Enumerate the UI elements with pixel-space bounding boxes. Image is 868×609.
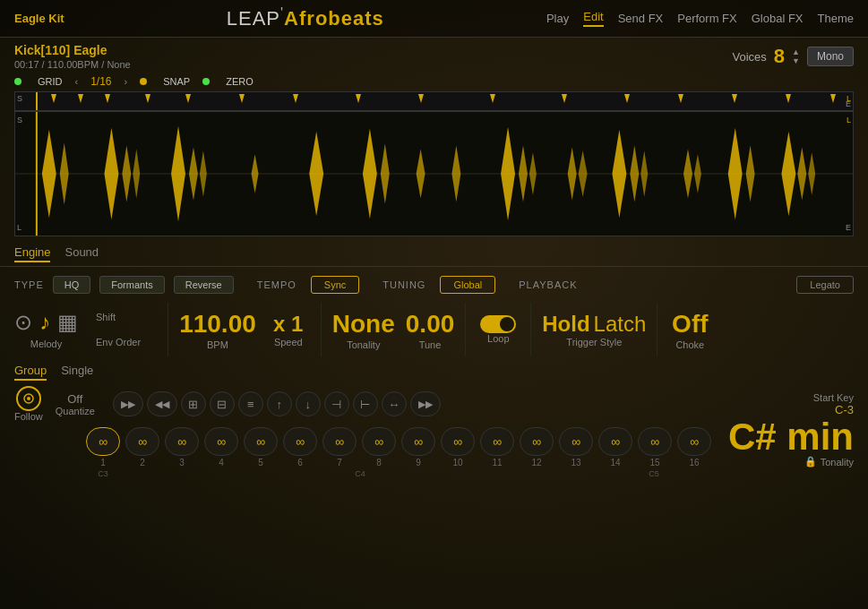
down-btn[interactable]: ↓ — [296, 391, 321, 416]
step-btn-9[interactable]: ∞ — [401, 427, 435, 456]
loop-toggle[interactable] — [480, 315, 516, 333]
svg-marker-19 — [60, 143, 69, 205]
svg-marker-10 — [490, 94, 495, 103]
snap-label: SNAP — [163, 76, 190, 87]
step-key-13: ∞ 13 — [559, 427, 593, 467]
step-btn-11[interactable]: ∞ — [480, 427, 514, 456]
waveform-display[interactable]: S L L E — [14, 111, 854, 236]
sample-key: None — [107, 59, 130, 70]
follow-svg — [22, 392, 35, 405]
tonality-value: None — [332, 309, 395, 339]
step-btn-1[interactable]: ∞ — [86, 427, 120, 456]
kit-name: Eagle Kit — [14, 12, 64, 25]
waveform-container: S L E — [0, 91, 868, 236]
step-btn-8[interactable]: ∞ — [362, 427, 396, 456]
svg-marker-22 — [133, 149, 140, 198]
step-btn-13[interactable]: ∞ — [559, 427, 593, 456]
arrows-btn[interactable]: ↔ — [382, 391, 407, 416]
tab-sound[interactable]: Sound — [64, 245, 99, 262]
melody-section: ⊙ ♪ ▦ Melody — [14, 310, 78, 349]
reverse-button[interactable]: Reverse — [174, 276, 234, 294]
step-btn-12[interactable]: ∞ — [520, 427, 554, 456]
engine-controls: TYPE HQ Formants Reverse TEMPO Sync TUNI… — [0, 267, 868, 301]
nav-play[interactable]: Play — [546, 12, 569, 25]
note-7 — [306, 469, 340, 478]
svg-marker-33 — [519, 145, 528, 202]
type-row: TYPE HQ Formants Reverse TEMPO Sync TUNI… — [14, 272, 854, 297]
global-button[interactable]: Global — [440, 276, 495, 294]
nav-theme[interactable]: Theme — [818, 12, 854, 25]
step-num-5: 5 — [258, 458, 263, 467]
start-key-value: C-3 — [835, 403, 854, 416]
svg-marker-8 — [356, 94, 361, 103]
nav-right-btn[interactable]: ▶▶ — [410, 391, 441, 416]
nav-edit[interactable]: Edit — [583, 10, 603, 27]
timeline-bar[interactable]: S L E — [14, 91, 854, 111]
svg-marker-16 — [830, 94, 836, 103]
follow-icon[interactable] — [16, 386, 41, 411]
formants-button[interactable]: Formants — [99, 276, 164, 294]
zero-dot — [202, 78, 210, 85]
bars-btn[interactable]: ≡ — [238, 391, 263, 416]
collapse-left-btn[interactable]: ⊣ — [324, 391, 349, 416]
nav-send-fx[interactable]: Send FX — [618, 12, 664, 25]
preset-name: Afrobeats — [284, 8, 384, 30]
loop-label: Loop — [487, 333, 509, 344]
step-btn-7[interactable]: ∞ — [322, 427, 357, 456]
step-num-9: 9 — [416, 458, 421, 467]
step-btn-16[interactable]: ∞ — [677, 427, 711, 456]
snap-dot — [140, 78, 147, 85]
tab-single[interactable]: Single — [61, 364, 93, 381]
choke-group: Off Choke — [663, 309, 717, 350]
note-icon[interactable]: ♪ — [39, 310, 50, 335]
target-icon[interactable]: ⊙ — [14, 310, 32, 335]
step-num-6: 6 — [297, 458, 303, 467]
note-6 — [270, 469, 304, 478]
sample-bpm: 110.00BPM — [47, 59, 99, 70]
shift-label: Shift — [96, 312, 141, 322]
nav-back[interactable]: ◀◀ — [147, 391, 177, 416]
tab-engine[interactable]: Engine — [14, 245, 50, 262]
svg-marker-14 — [732, 94, 737, 103]
nav-global-fx[interactable]: Global FX — [752, 12, 804, 25]
note-9 — [380, 469, 414, 478]
grid-next[interactable]: › — [125, 76, 128, 87]
step-btn-4[interactable]: ∞ — [204, 427, 238, 456]
follow-section: Follow — [14, 386, 43, 422]
svg-marker-27 — [309, 132, 323, 217]
collapse-right-btn[interactable]: ⊢ — [353, 391, 378, 416]
svg-marker-2 — [78, 94, 83, 103]
step-btn-15[interactable]: ∞ — [638, 427, 672, 456]
lock-icon: 🔒 — [804, 456, 817, 467]
step-btn-6[interactable]: ∞ — [283, 427, 317, 456]
follow-label: Follow — [14, 411, 43, 422]
step-btn-5[interactable]: ∞ — [244, 427, 278, 456]
hq-button[interactable]: HQ — [53, 276, 91, 294]
waveform-l-bottom: L — [17, 223, 21, 232]
step-key-4: ∞ 4 — [204, 427, 238, 467]
grid-4-btn[interactable]: ⊞ — [181, 391, 206, 416]
tab-group[interactable]: Group — [14, 364, 47, 381]
svg-marker-20 — [104, 128, 118, 220]
step-btn-14[interactable]: ∞ — [598, 427, 632, 456]
nav-forward[interactable]: ▶▶ — [113, 391, 143, 416]
step-btn-3[interactable]: ∞ — [165, 427, 199, 456]
note-15 — [600, 469, 634, 478]
grid-icon[interactable]: ▦ — [57, 310, 78, 335]
svg-marker-25 — [200, 150, 207, 196]
step-btn-2[interactable]: ∞ — [125, 427, 159, 456]
mono-button[interactable]: Mono — [807, 47, 854, 66]
sync-button[interactable]: Sync — [311, 276, 359, 294]
grid-prev[interactable]: ‹ — [75, 76, 79, 87]
grid-3-btn[interactable]: ⊟ — [210, 391, 235, 416]
svg-marker-3 — [105, 94, 110, 103]
preset-title: LEAP'Afrobeats — [64, 5, 546, 30]
quantize-section: Off Quantize — [56, 392, 95, 416]
legato-button[interactable]: Legato — [796, 276, 854, 294]
waveform-l-label: L — [847, 116, 851, 124]
step-btn-10[interactable]: ∞ — [441, 427, 475, 456]
nav-perform-fx[interactable]: Perform FX — [677, 12, 736, 25]
up-btn[interactable]: ↑ — [267, 391, 292, 416]
svg-marker-29 — [381, 143, 390, 203]
voices-stepper[interactable]: ▲ ▼ — [792, 47, 800, 65]
